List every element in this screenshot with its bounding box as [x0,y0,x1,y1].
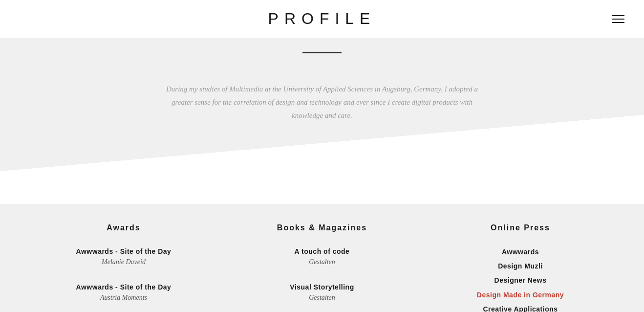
book-entry-1: A touch of code Gestalten [228,246,416,268]
press-link-designer-news[interactable]: Designer News [426,274,615,287]
award-entry-1: Awwwards - Site of the Day Melanie Davei… [29,246,218,268]
press-link-design-made-in-germany[interactable]: Design Made in Germany [426,289,615,301]
awards-column: Awards Awwwards - Site of the Day Melani… [29,223,218,312]
page-title: PROFILE [268,10,376,28]
press-title: Online Press [426,223,615,232]
bio-text: During my studies of Multimedia at the U… [141,83,503,122]
menu-line-2 [612,19,624,20]
menu-button[interactable] [612,15,624,23]
press-links: Awwwards Design Muzli Designer News Desi… [426,246,615,312]
press-link-creative-applications[interactable]: Creative Applications [426,303,615,312]
section-divider [302,52,342,53]
book-entry-2-main: Visual Storytelling [228,282,416,292]
book-entry-1-main: A touch of code [228,246,416,257]
book-entry-1-sub: Gestalten [228,257,416,267]
book-entry-2-sub: Gestalten [228,292,416,303]
press-link-awwwards[interactable]: Awwwards [426,246,615,258]
award-entry-1-sub: Melanie Daveid [29,257,218,267]
award-entry-2-sub: Austria Moments [29,292,218,303]
columns-grid: Awards Awwwards - Site of the Day Melani… [29,223,615,312]
press-column: Online Press Awwwards Design Muzli Desig… [426,223,615,312]
menu-line-3 [612,22,624,23]
header: PROFILE [0,0,644,38]
bio-section: During my studies of Multimedia at the U… [0,38,644,204]
award-entry-1-main: Awwwards - Site of the Day [29,246,218,257]
award-entry-2: Awwwards - Site of the Day Austria Momen… [29,282,218,304]
press-link-design-muzli[interactable]: Design Muzli [426,260,615,272]
menu-line-1 [612,15,624,16]
book-entry-2: Visual Storytelling Gestalten [228,282,416,304]
books-column: Books & Magazines A touch of code Gestal… [228,223,416,312]
award-entry-2-main: Awwwards - Site of the Day [29,282,218,292]
books-title: Books & Magazines [228,223,416,232]
content-section: Awards Awwwards - Site of the Day Melani… [0,204,644,312]
awards-title: Awards [29,223,218,232]
